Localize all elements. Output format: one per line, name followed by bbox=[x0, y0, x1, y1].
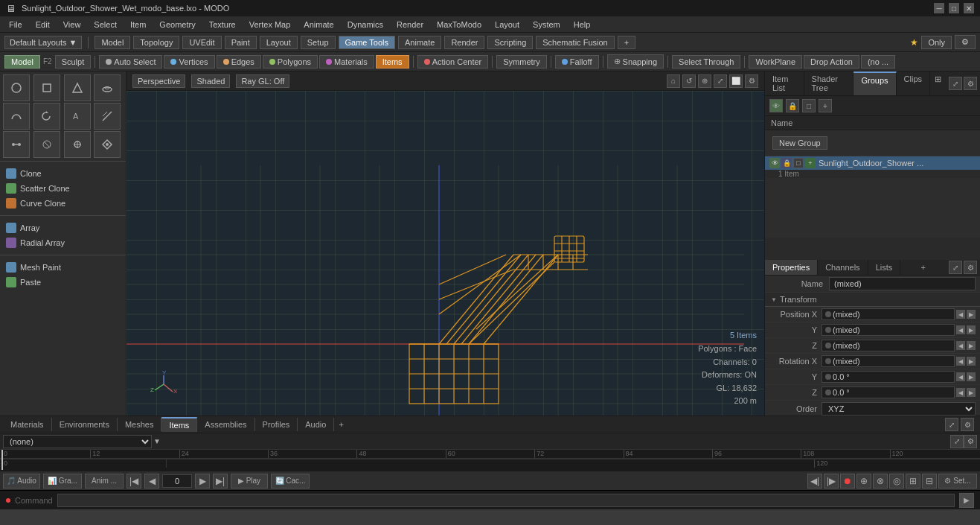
prop-tab-plus[interactable]: + bbox=[916, 260, 929, 275]
tool-icon-null[interactable] bbox=[33, 131, 60, 158]
tool-icon-rotate[interactable] bbox=[33, 103, 60, 130]
transport-graph-icon[interactable]: 📊 Gra... bbox=[43, 474, 82, 489]
tool-radial-array[interactable]: Radial Array bbox=[0, 235, 126, 250]
viewport-shaded-btn[interactable]: Shaded bbox=[191, 74, 230, 88]
tab-uvedit[interactable]: UVEdit bbox=[182, 36, 221, 49]
tool-clone[interactable]: Clone bbox=[0, 166, 126, 181]
tool-icon-paint[interactable] bbox=[94, 131, 121, 158]
tool-paste[interactable]: Paste bbox=[0, 275, 126, 290]
tab-shader-tree[interactable]: Shader Tree bbox=[804, 71, 854, 95]
tool-icon-mesh[interactable] bbox=[64, 131, 91, 158]
mode-model[interactable]: Model bbox=[4, 55, 40, 69]
rot-y-arrow[interactable]: ◀ bbox=[956, 372, 965, 381]
timeline-gear-icon[interactable]: ⚙ bbox=[964, 435, 977, 448]
mode-edges[interactable]: Edges bbox=[217, 55, 261, 69]
transport-audio-icon[interactable]: 🎵 Audio bbox=[3, 474, 40, 489]
transport-icon1[interactable]: ⊕ bbox=[856, 474, 871, 489]
tool-scatter-clone[interactable]: Scatter Clone bbox=[0, 181, 126, 196]
tool-icon-curve[interactable] bbox=[3, 103, 30, 130]
group-item-sunlight[interactable]: 👁 🔒 □ + Sunlight_Outdoor_Shower ... bbox=[765, 156, 980, 170]
tab-clips[interactable]: Clips bbox=[897, 71, 930, 95]
tool-icon-sphere[interactable] bbox=[3, 74, 30, 101]
timeline-dropdown[interactable]: (none) bbox=[3, 435, 152, 448]
tab-model[interactable]: Model bbox=[95, 36, 130, 49]
tab-paint[interactable]: Paint bbox=[225, 36, 257, 49]
btab-meshes[interactable]: Meshes bbox=[118, 418, 162, 431]
mode-vertices[interactable]: Vertices bbox=[164, 55, 214, 69]
viewport-home-icon[interactable]: ⌂ bbox=[667, 74, 680, 88]
viewport-zoom-icon[interactable]: ⊕ bbox=[698, 74, 711, 88]
mode-items[interactable]: Items bbox=[376, 55, 409, 69]
prop-gear-icon[interactable]: ⚙ bbox=[964, 261, 977, 274]
transport-loop-fwd[interactable]: |▶ bbox=[824, 474, 839, 489]
tool-array[interactable]: Array bbox=[0, 220, 126, 235]
mode-action-center[interactable]: Action Center bbox=[417, 55, 489, 69]
rot-x-arrow[interactable]: ◀ bbox=[956, 357, 965, 366]
menu-maxtomodo[interactable]: MaxToModo bbox=[431, 19, 487, 31]
tab-topology[interactable]: Topology bbox=[133, 36, 179, 49]
close-button[interactable]: ✕ bbox=[964, 3, 974, 13]
viewport-rotate-icon[interactable]: ↺ bbox=[682, 74, 696, 88]
tab-item-list[interactable]: Item List bbox=[765, 71, 804, 95]
item-eye-icon[interactable]: 👁 bbox=[769, 158, 780, 168]
btab-gear-icon[interactable]: ⚙ bbox=[961, 418, 974, 431]
menu-geometry[interactable]: Geometry bbox=[153, 19, 201, 31]
order-select[interactable]: XYZ XZY YXZ YZX ZXY ZYX bbox=[822, 402, 976, 416]
tab-animate[interactable]: Animate bbox=[398, 36, 441, 49]
transport-time[interactable]: 0 bbox=[162, 474, 192, 488]
tab-scripting[interactable]: Scripting bbox=[487, 36, 533, 49]
timeline-expand-icon[interactable]: ⤢ bbox=[950, 435, 964, 448]
groups-eye-icon[interactable]: 👁 bbox=[769, 99, 783, 112]
menu-vertex-map[interactable]: Vertex Map bbox=[243, 19, 297, 31]
mode-falloff[interactable]: Falloff bbox=[555, 55, 599, 69]
pos-x-arrow2[interactable]: ▶ bbox=[967, 310, 976, 319]
rot-x-arrow2[interactable]: ▶ bbox=[967, 357, 976, 366]
tool-curve-clone[interactable]: Curve Clone bbox=[0, 196, 126, 211]
tool-icon-move[interactable]: A bbox=[64, 103, 91, 130]
tool-icon-torus[interactable] bbox=[94, 74, 121, 101]
item-box-icon[interactable]: □ bbox=[793, 158, 804, 168]
default-layouts-dropdown[interactable]: Default Layouts ▼ bbox=[4, 36, 82, 49]
mode-materials[interactable]: Materials bbox=[319, 55, 374, 69]
menu-system[interactable]: System bbox=[527, 19, 566, 31]
btab-items[interactable]: Items bbox=[161, 417, 197, 432]
prop-tab-channels[interactable]: Channels bbox=[818, 260, 868, 275]
viewport-settings-icon[interactable]: ⚙ bbox=[745, 74, 758, 88]
pos-y-arrow[interactable]: ◀ bbox=[956, 325, 965, 334]
menu-animate[interactable]: Animate bbox=[298, 19, 339, 31]
mode-snapping[interactable]: ⊕Snapping bbox=[607, 54, 664, 69]
pos-x-arrow[interactable]: ◀ bbox=[956, 310, 965, 319]
transport-prev-frame[interactable]: ◀ bbox=[144, 474, 159, 489]
rp-expand-icon[interactable]: ⤢ bbox=[949, 77, 962, 90]
tool-mesh-paint[interactable]: Mesh Paint bbox=[0, 260, 126, 275]
tab-add-plus[interactable]: + bbox=[618, 36, 635, 49]
transport-icon3[interactable]: ◎ bbox=[889, 474, 904, 489]
menu-select[interactable]: Select bbox=[88, 19, 123, 31]
only-button[interactable]: Only bbox=[921, 36, 952, 49]
menu-layout[interactable]: Layout bbox=[489, 19, 525, 31]
item-vis-icon[interactable]: + bbox=[805, 158, 816, 168]
transport-cache[interactable]: 🔄 Cac... bbox=[271, 474, 310, 489]
tool-icon-cone[interactable] bbox=[64, 74, 91, 101]
mode-drop-action[interactable]: Drop Action bbox=[804, 55, 859, 69]
transport-prev-start[interactable]: |◀ bbox=[126, 474, 141, 489]
menu-file[interactable]: File bbox=[3, 19, 28, 31]
menu-help[interactable]: Help bbox=[568, 19, 597, 31]
tab-render[interactable]: Render bbox=[444, 36, 484, 49]
groups-add-icon[interactable]: + bbox=[819, 99, 832, 112]
rp-gear-icon[interactable]: ⚙ bbox=[964, 77, 977, 90]
btab-profiles[interactable]: Profiles bbox=[255, 418, 298, 431]
groups-lock-icon[interactable]: 🔒 bbox=[786, 99, 799, 112]
transport-play[interactable]: ▶ Play bbox=[231, 474, 268, 489]
btab-materials[interactable]: Materials bbox=[3, 418, 52, 431]
prop-expand-icon[interactable]: ⤢ bbox=[949, 261, 962, 274]
tool-icon-cube[interactable] bbox=[33, 74, 60, 101]
rot-y-arrow2[interactable]: ▶ bbox=[967, 372, 976, 381]
tab-game-tools[interactable]: Game Tools bbox=[339, 36, 396, 49]
rot-z-arrow[interactable]: ◀ bbox=[956, 388, 965, 397]
mode-sculpt[interactable]: Sculpt bbox=[55, 55, 92, 69]
btab-audio[interactable]: Audio bbox=[298, 418, 334, 431]
groups-box-icon[interactable]: □ bbox=[802, 99, 816, 112]
btab-environments[interactable]: Environments bbox=[52, 418, 118, 431]
mode-no-action[interactable]: (no ... bbox=[861, 55, 895, 69]
